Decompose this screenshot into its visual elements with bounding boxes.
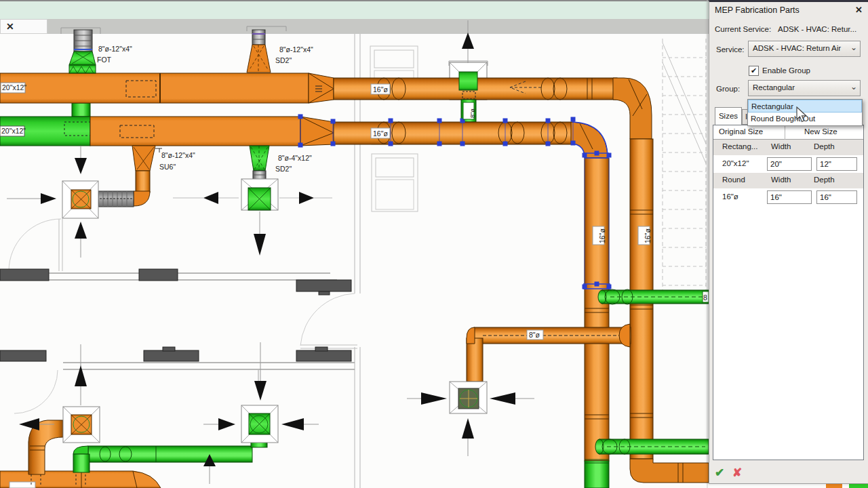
label-su6-size: 8"ø-12"x4": [161, 151, 195, 159]
depth-header: Depth: [814, 176, 835, 184]
group-dropdown-value: Rectangular: [753, 83, 795, 92]
original-size-value: 16"ø: [722, 192, 738, 201]
table-row: 16"ø: [713, 188, 863, 206]
option-round-bought-out[interactable]: Round Bought Out: [748, 113, 862, 125]
cancel-button[interactable]: ✘: [732, 466, 742, 480]
chevron-down-icon: ⌄: [850, 43, 857, 52]
width-header: Width: [771, 176, 791, 184]
service-dropdown[interactable]: ADSK - HVAC: Return Air ⌄: [748, 41, 861, 57]
duct-sliver-green: [849, 483, 868, 488]
riser-left-green-base: [585, 461, 609, 488]
group-name: Round: [722, 176, 745, 184]
view-tab[interactable]: ✕: [0, 19, 47, 34]
close-view-icon[interactable]: ✕: [6, 21, 14, 32]
enable-group-label: Enable Group: [762, 66, 810, 75]
label-round-top: 16"ø: [373, 85, 388, 94]
ceiling-diffuser-mid[interactable]: [450, 382, 487, 413]
current-service-value: ADSK - HVAC: Retur...: [778, 25, 856, 33]
panel-close-icon[interactable]: ✕: [855, 5, 863, 15]
bottom-main-duct[interactable]: [0, 471, 161, 488]
group-name: Rectang...: [722, 142, 757, 150]
current-service-label: Current Service:: [715, 25, 771, 33]
service-dropdown-value: ADSK - HVAC: Return Air: [753, 44, 841, 52]
ribbon-bar: [0, 1, 709, 19]
depth-input[interactable]: [816, 157, 857, 171]
group-dropdown[interactable]: Rectangular ⌄: [748, 80, 861, 96]
group-dropdown-list: Rectangular Round Bought Out: [747, 99, 863, 126]
ceiling-diffuser-mid-left[interactable]: [62, 181, 98, 218]
original-size-value: 20"x12": [722, 159, 749, 167]
mep-fabrication-parts-panel: MEP Fabrication Parts ✕ Current Service:…: [709, 0, 868, 484]
table-group-row: Round Width Depth: [713, 173, 863, 188]
service-label: Service:: [716, 45, 745, 54]
panel-title: MEP Fabrication Parts: [715, 5, 800, 15]
col-original-size[interactable]: Original Size: [719, 127, 763, 136]
fot-drop-connector: [72, 103, 90, 117]
view-tab-bar: [0, 19, 709, 34]
label-green-cut: 8: [703, 293, 707, 302]
window-top-edge: [0, 0, 709, 1]
width-input[interactable]: [767, 190, 812, 204]
tab-sizes[interactable]: Sizes: [715, 107, 742, 125]
application-window: 20"x12" 20"x12" 8"ø-12"x4" FOT 8"ø-12"x4…: [0, 0, 868, 488]
chevron-down-icon: ⌄: [850, 82, 857, 92]
depth-input[interactable]: [816, 190, 857, 204]
label-su6-tag: SU6": [159, 163, 176, 171]
riser-left: [585, 158, 609, 461]
depth-header: Depth: [814, 142, 835, 150]
label-riser-right: 16"ø: [644, 228, 652, 243]
label-fot-size: 8"ø-12"x4": [98, 45, 132, 53]
col-new-size[interactable]: New Size: [804, 127, 837, 136]
label-rect-bottom: 20"x12": [1, 127, 26, 135]
tab-sizes-label: Sizes: [719, 112, 738, 120]
table-header-row: Original Size New Size: [713, 125, 863, 140]
label-sd2-top-size: 8"ø-12"x4": [279, 45, 313, 54]
label-sd2-top-tag: SD2": [275, 56, 292, 64]
label-sd2-bottom-size: 8"ø-4"x12": [278, 154, 312, 162]
label-riser-left: 16"ø: [598, 228, 606, 243]
label-drop: 8"ø: [469, 108, 476, 118]
size-table: Original Size New Size Rectang... Width …: [713, 125, 864, 460]
table-row: 20"x12": [713, 155, 863, 173]
label-sd2-bottom-tag: SD2": [275, 165, 292, 173]
label-round-bottom: 16"ø: [373, 129, 388, 138]
table-group-row: Rectang... Width Depth: [713, 140, 863, 155]
header-divider: [785, 125, 785, 140]
label-fot-tag: FOT: [97, 56, 112, 64]
label-branch: 8"ø: [529, 331, 540, 339]
accept-button[interactable]: ✔: [715, 466, 724, 480]
check-icon: ✔: [751, 66, 757, 75]
ceiling-diffuser-bottom-left[interactable]: [63, 407, 100, 443]
width-header: Width: [771, 142, 791, 150]
width-input[interactable]: [767, 157, 812, 171]
label-rect-top: 20"x12": [2, 83, 26, 92]
group-label: Group:: [716, 85, 740, 93]
duct-sliver-orange: [826, 483, 842, 488]
ceiling-diffuser-bottom-right[interactable]: [241, 405, 278, 443]
option-rectangular[interactable]: Rectangular: [748, 100, 862, 113]
enable-group-checkbox[interactable]: ✔: [749, 66, 759, 76]
